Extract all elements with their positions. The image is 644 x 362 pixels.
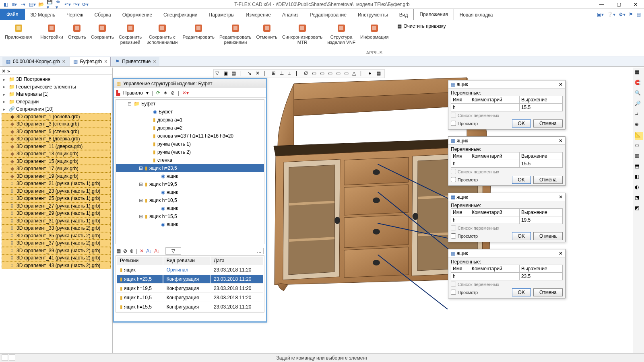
tree-row[interactable]: ⧲3D фрагмент_37 (ручка (часть 2).grb) [2, 239, 111, 247]
grid-icon[interactable]: ▦ [636, 12, 641, 17]
close-tab-icon[interactable]: × [62, 59, 65, 64]
structure-tree-row[interactable]: ▮дверка a=1 [116, 116, 264, 124]
ribbon-tab[interactable]: Вид [394, 9, 414, 20]
structure-tree-row[interactable]: ◉Буфет [116, 108, 264, 116]
vars-table[interactable]: ИмяКомментарийВыражение h23.5 [451, 265, 563, 280]
structure-tree-row[interactable]: ▮ручка (часть 2) [116, 148, 264, 156]
structure-tree-row[interactable]: ◉ящик [116, 204, 264, 212]
new-icon[interactable]: ▫▾ [20, 1, 27, 8]
structure-tree-row[interactable]: ▮стенка [116, 156, 264, 164]
cancel-button[interactable]: Отмена [533, 119, 563, 128]
ribbon-button[interactable]: Сохранить ревизией [116, 22, 144, 51]
tree-row[interactable]: ⧲3D фрагмент_43 (ручка (часть 2).grb) [2, 262, 111, 269]
preview-checkbox[interactable] [451, 290, 456, 295]
ribbon-tab[interactable]: Спецификации [158, 9, 203, 20]
ribbon-tab[interactable]: Инструменты [352, 9, 394, 20]
tree-row[interactable]: ⧲3D фрагмент_23 (ручка (часть 1).grb) [2, 187, 111, 195]
structure-tree-row[interactable]: ▮ручка (часть 1) [116, 140, 264, 148]
document-tab[interactable]: ▧00.00.004-Корпус.grb× [2, 57, 69, 66]
settings-icon[interactable]: ⚙▾ [619, 12, 625, 17]
save-icon[interactable]: 💾▾ [47, 1, 53, 8]
dialog-close-icon[interactable]: ✕ [559, 138, 563, 144]
close-tab-icon[interactable]: × [104, 59, 107, 64]
flag-icon[interactable]: ⚑ [629, 12, 633, 17]
tree-row[interactable]: ▸📁Геометрические элементы [2, 83, 111, 91]
revision-toolbar[interactable]: ▤⊘⊕| ✕A↓A↓ ▽ … [114, 246, 266, 255]
tree-row[interactable]: ⧲3D фрагмент_41 (ручка (часть 2).grb) [2, 254, 111, 262]
vars-table[interactable]: ИмяКомментарийВыражение h15.5 [451, 96, 563, 111]
tree-row[interactable]: ▸🔗Сопряжения [10] [2, 105, 111, 113]
ribbon-tab[interactable]: Чертёж [61, 9, 89, 20]
ribbon-button[interactable]: Редактировать [180, 22, 217, 51]
tree-row[interactable]: ▸📁Операции [2, 98, 111, 106]
ribbon-button[interactable]: Приложения [2, 22, 34, 51]
cancel-button[interactable]: Отмена [533, 288, 563, 296]
tree-row[interactable]: ⧲3D фрагмент_29 (ручка (часть 1).grb) [2, 210, 111, 217]
dialog-close-icon[interactable]: ✕ [559, 194, 563, 200]
panel-menu-icon[interactable]: » [7, 68, 10, 74]
ribbon-button[interactable]: Редактировать ревизиями [217, 22, 254, 51]
tree-row[interactable]: ⧲3D фрагмент_39 (ручка (часть 2).grb) [2, 247, 111, 255]
dialog-close-icon[interactable]: ✕ [559, 82, 563, 87]
cancel-button[interactable]: Отмена [533, 176, 563, 184]
dialog-close-icon[interactable]: ✕ [559, 251, 563, 256]
model-tree[interactable]: ▸📁3D Построения▸📁Геометрические элементы… [0, 75, 112, 353]
tree-row[interactable]: ◆3D фрагмент_5 (стенка.grb) [2, 128, 111, 136]
ok-button[interactable]: OK [512, 232, 531, 240]
ribbon-tab[interactable]: 3D Модель [25, 9, 61, 20]
vars-table[interactable]: ИмяКомментарийВыражение h15.5 [451, 152, 563, 168]
clear-binding-button[interactable]: Очистить привязку [403, 23, 446, 29]
ribbon-button[interactable]: Информация [358, 22, 391, 51]
preview-checkbox[interactable] [451, 177, 456, 182]
minimize-button[interactable]: — [593, 0, 610, 9]
ribbon-tab[interactable]: Анализ [277, 9, 304, 20]
close-tab-icon[interactable]: × [153, 59, 156, 64]
structure-tree-row[interactable]: ⊟▮ящик h=15,5 [116, 212, 264, 220]
structure-tree[interactable]: ⊟📁Буфет◉Буфет▮дверка a=1▮дверка a=2▮осно… [116, 99, 264, 244]
ribbon-button[interactable]: Сохранить с исполнениями [144, 22, 180, 51]
cancel-button[interactable]: Отмена [533, 232, 563, 240]
ribbon-button[interactable]: Открыть [66, 22, 89, 51]
revision-row[interactable]: ▮ ящикОригинал23.03.2018 11:20 [117, 266, 263, 274]
ribbon-button[interactable]: Отменить [254, 22, 280, 51]
structure-tree-row[interactable]: ⊟▮ящик h=19,5 [116, 180, 264, 188]
revision-row[interactable]: ▮ ящик h=10,5Конфигурация23.03.2018 11:2… [117, 294, 263, 302]
revision-row[interactable]: ▮ ящик h=15,5Конфигурация23.03.2018 11:2… [117, 303, 263, 311]
maximize-button[interactable]: ▢ [610, 0, 627, 9]
structure-tree-row[interactable]: ▮дверка a=2 [116, 124, 264, 132]
document-tab[interactable]: ▧Буфет.grb× [70, 57, 111, 66]
ribbon-tab[interactable]: Оформление [117, 9, 158, 20]
ok-button[interactable]: OK [512, 288, 531, 296]
document-tab[interactable]: ⚑Приветствие× [111, 57, 159, 66]
ribbon-tab[interactable]: Параметры [203, 9, 240, 20]
menu-icon[interactable]: ≡▾ [11, 1, 18, 8]
tree-row[interactable]: ◆3D фрагмент_11 (дверка.grb) [2, 143, 111, 150]
ribbon-tab[interactable]: Измерение [240, 9, 277, 20]
structure-tree-row[interactable]: ⊟▮ящик h=23,5 [116, 164, 264, 172]
collapse-ribbon-icon[interactable]: ▣▾ [597, 12, 604, 17]
tree-row[interactable]: ⧲3D фрагмент_25 (ручка (часть 1).grb) [2, 195, 111, 202]
tree-row[interactable]: ⧲3D фрагмент_33 (ручка (часть 2).grb) [2, 224, 111, 232]
structure-tree-row[interactable]: ▮основа w=137 h1=11 h2=16 h3=20 [116, 132, 264, 140]
refresh-icon[interactable]: ⟳▾ [82, 1, 89, 8]
ribbon-button[interactable]: Структура изделия VNF [325, 22, 358, 51]
vars-table[interactable]: ИмяКомментарийВыражение h19.5 [451, 208, 563, 224]
ribbon-tab[interactable]: Сборка [89, 9, 117, 20]
tree-row[interactable]: ◆3D фрагмент_8 (дверка.grb) [2, 135, 111, 143]
undo-icon[interactable]: ↶▾ [64, 1, 71, 8]
tree-row[interactable]: ⧲3D фрагмент_31 (ручка (часть 1).grb) [2, 217, 111, 225]
revision-row[interactable]: ▮ ящик h=19,5Конфигурация23.03.2018 11:2… [117, 284, 263, 293]
ribbon-tab[interactable]: Приложения [413, 9, 454, 20]
structure-tree-row[interactable]: ◉ящик [116, 172, 264, 180]
tree-row[interactable]: ⧲3D фрагмент_21 (ручка (часть 1).grb) [2, 180, 111, 187]
structure-toolbar[interactable]: ▙ Правило▾ | ⟳✶⊘ | ✕▾ [114, 88, 266, 98]
structure-tree-row[interactable]: ⊟📁Буфет [116, 100, 264, 108]
ribbon-tab[interactable]: Новая вкладка [454, 9, 499, 20]
right-toolbar[interactable]: ▦🧲🔍 🔎⤾⊕ 📐▭ ▥⬒◧ ◐⬔◩ [633, 68, 644, 353]
tree-row[interactable]: ▸📁Материалы [1] [2, 90, 111, 98]
tree-row[interactable]: ◆3D фрагмент_19 (ящик.grb) [2, 173, 111, 180]
help-icon[interactable]: ❔▾ [607, 12, 615, 17]
print-icon[interactable]: 🖶▾ [56, 1, 62, 8]
tree-row[interactable]: ⧲3D фрагмент_27 (ручка (часть 1).grb) [2, 202, 111, 210]
structure-tree-row[interactable]: ⊟▮ящик h=10,5 [116, 196, 264, 204]
